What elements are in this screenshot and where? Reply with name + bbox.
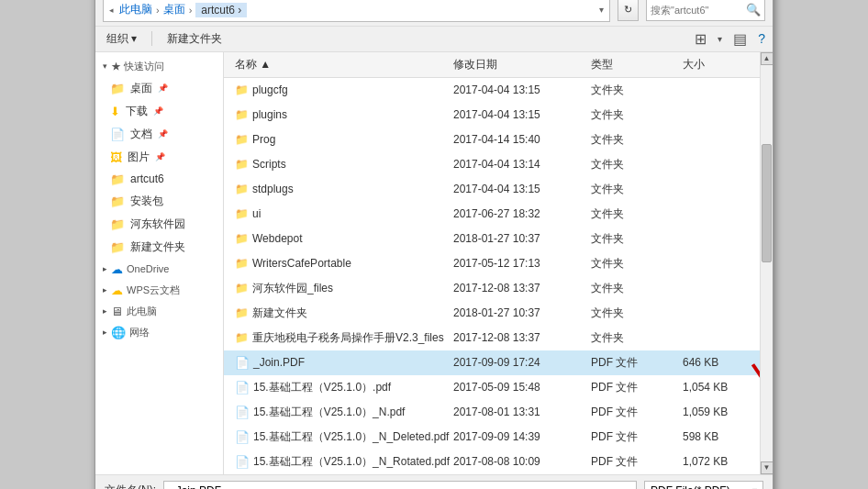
file-row[interactable]: 📁新建文件夹 2018-01-27 10:37 文件夹 bbox=[224, 301, 760, 326]
file-type-cell: 文件夹 bbox=[587, 229, 679, 249]
sidebar-item-documents[interactable]: 📄 文档 📌 bbox=[95, 123, 223, 146]
view-dropdown-icon[interactable]: ▾ bbox=[718, 34, 722, 44]
file-date-cell: 2017-04-04 13:15 bbox=[450, 82, 587, 98]
file-type-cell: PDF 文件 bbox=[587, 452, 679, 472]
file-name-cell: 📁stdplugs bbox=[231, 181, 450, 197]
file-list-header: 名称 ▲ 修改日期 类型 大小 bbox=[224, 52, 760, 78]
file-row[interactable]: 📄15.基础工程（V25.1.0）_N_Deleted.pdf 2017-09-… bbox=[224, 425, 760, 450]
folder-icon: 📁 bbox=[110, 194, 125, 208]
pin-icon: 📌 bbox=[158, 129, 168, 139]
file-name-cell: 📄15.基础工程（V25.1.0）_N_Rotated.pdf bbox=[231, 452, 450, 472]
breadcrumb-dropdown-icon[interactable]: ▾ bbox=[599, 5, 604, 15]
view-list-icon[interactable]: ⊞ bbox=[695, 30, 707, 48]
file-row[interactable]: 📁Prog 2017-04-14 15:40 文件夹 bbox=[224, 128, 760, 152]
file-date-cell: 2017-04-04 13:15 bbox=[450, 181, 587, 197]
folder-icon: 📁 bbox=[235, 108, 249, 121]
breadcrumb-bar[interactable]: ◂ 此电脑 › 桌面 › artcut6 › ▾ bbox=[103, 0, 610, 22]
new-folder-button[interactable]: 新建文件夹 bbox=[163, 29, 226, 49]
sidebar-item-desktop[interactable]: 📁 桌面 📌 bbox=[95, 77, 223, 100]
sidebar-item-artcut6[interactable]: 📁 artcut6 bbox=[95, 169, 223, 190]
col-size-header[interactable]: 大小 bbox=[679, 55, 752, 74]
folder-icon: 🖼 bbox=[110, 150, 122, 164]
search-icon[interactable]: 🔍 bbox=[746, 3, 761, 17]
file-type-cell: 文件夹 bbox=[587, 155, 679, 174]
file-row-selected[interactable]: 📄_Join.PDF 2017-09-09 17:24 PDF 文件 646 K… bbox=[224, 350, 760, 375]
file-name-cell: 📄15.基础工程（V25.1.0）.pdf bbox=[231, 378, 450, 397]
file-row[interactable]: 📁重庆地税电子税务局操作手册V2.3_files 2017-12-08 13:3… bbox=[224, 326, 760, 350]
search-bar: 🔍 bbox=[646, 0, 765, 21]
file-row[interactable]: 📁Webdepot 2018-01-27 10:37 文件夹 bbox=[224, 227, 760, 251]
sidebar-arrow-icon: ▸ bbox=[103, 306, 107, 316]
scroll-thumb[interactable] bbox=[762, 144, 772, 263]
sidebar-network-header[interactable]: ▸ 🌐 网络 bbox=[95, 322, 223, 343]
file-date-cell: 2017-12-08 13:37 bbox=[450, 280, 587, 296]
filetype-dropdown-icon: ▾ bbox=[752, 485, 757, 489]
file-row[interactable]: 📁stdplugs 2017-04-04 13:15 文件夹 bbox=[224, 177, 760, 202]
file-type-cell: PDF 文件 bbox=[587, 353, 679, 372]
main-content: ▾ ★ 快速访问 📁 桌面 📌 ⬇ 下载 📌 📄 文档 📌 🖼 图片 bbox=[95, 52, 773, 474]
sidebar-wps-header[interactable]: ▸ ☁ WPS云文档 bbox=[95, 280, 223, 301]
filetype-text: PDF File(*.PDF) bbox=[651, 484, 749, 490]
pin-icon: 📌 bbox=[155, 152, 165, 161]
search-input[interactable] bbox=[651, 5, 742, 16]
file-row[interactable]: 📄15.基础工程（V25.1.0）_N.pdf 2017-08-01 13:31… bbox=[224, 400, 760, 425]
file-size-cell: 1,059 KB bbox=[679, 404, 752, 420]
folder-icon: 📁 bbox=[235, 133, 249, 146]
sidebar-quick-access-header[interactable]: ▾ ★ 快速访问 bbox=[95, 56, 223, 77]
file-date-cell: 2018-01-27 10:37 bbox=[450, 230, 587, 247]
file-row[interactable]: 📁plugcfg 2017-04-04 13:15 文件夹 bbox=[224, 78, 760, 103]
sidebar-arrow-icon: ▸ bbox=[103, 264, 107, 273]
breadcrumb-current[interactable]: artcut6 › bbox=[195, 3, 247, 17]
file-size-cell: 646 KB bbox=[679, 354, 752, 371]
col-name-header[interactable]: 名称 ▲ bbox=[231, 55, 450, 74]
organize-button[interactable]: 组织 ▾ bbox=[103, 29, 140, 49]
file-type-cell: PDF 文件 bbox=[587, 378, 679, 397]
scroll-up-button[interactable]: ▲ bbox=[761, 52, 773, 65]
scroll-down-button[interactable]: ▼ bbox=[761, 461, 773, 474]
help-icon[interactable]: ? bbox=[758, 31, 765, 46]
file-type-cell: 文件夹 bbox=[587, 81, 679, 100]
file-name-cell: 📁plugins bbox=[231, 106, 450, 123]
folder-icon: 📁 bbox=[235, 158, 249, 171]
file-row[interactable]: 📁WritersCafePortable 2017-05-12 17:13 文件… bbox=[224, 251, 760, 276]
folder-icon: 📁 bbox=[110, 240, 125, 254]
file-row[interactable]: 📄15.基础工程（V25.1.0）.pdf 2017-05-09 15:48 P… bbox=[224, 375, 760, 400]
file-row[interactable]: 📁河东软件园_files 2017-12-08 13:37 文件夹 bbox=[224, 276, 760, 301]
sidebar-item-hedong[interactable]: 📁 河东软件园 bbox=[95, 213, 223, 236]
view-details-icon[interactable]: ▤ bbox=[733, 30, 747, 48]
file-type-cell: PDF 文件 bbox=[587, 403, 679, 422]
file-name-cell: 📁WritersCafePortable bbox=[231, 255, 450, 272]
sidebar-arrow-icon: ▾ bbox=[103, 61, 107, 71]
sidebar-onedrive-header[interactable]: ▸ ☁ OneDrive bbox=[95, 259, 223, 280]
file-date-cell: 2017-09-09 17:24 bbox=[450, 354, 587, 371]
pdf-icon: 📄 bbox=[235, 455, 250, 469]
file-row[interactable]: 📄15.基础工程（V25.1.0）_N_Rotated.pdf 2017-08-… bbox=[224, 450, 760, 474]
breadcrumb-pc[interactable]: 此电脑 bbox=[119, 2, 152, 17]
scroll-track[interactable] bbox=[761, 65, 773, 461]
sidebar-item-new-folder[interactable]: 📁 新建文件夹 bbox=[95, 236, 223, 259]
filename-input[interactable] bbox=[163, 481, 637, 490]
sidebar-pc-header[interactable]: ▸ 🖥 此电脑 bbox=[95, 301, 223, 322]
sidebar: ▾ ★ 快速访问 📁 桌面 📌 ⬇ 下载 📌 📄 文档 📌 🖼 图片 bbox=[95, 52, 224, 474]
sidebar-item-install[interactable]: 📁 安装包 bbox=[95, 190, 223, 213]
sidebar-item-label: 河东软件园 bbox=[130, 217, 185, 232]
col-type-header[interactable]: 类型 bbox=[587, 55, 679, 74]
file-type-cell: 文件夹 bbox=[587, 304, 679, 323]
file-size-cell bbox=[679, 138, 752, 141]
breadcrumb-desktop[interactable]: 桌面 bbox=[163, 2, 185, 17]
sidebar-onedrive-label: OneDrive bbox=[127, 263, 169, 274]
sidebar-item-pictures[interactable]: 🖼 图片 📌 bbox=[95, 146, 223, 169]
refresh-button[interactable]: ↻ bbox=[618, 0, 639, 21]
col-date-header[interactable]: 修改日期 bbox=[450, 55, 587, 74]
file-date-cell: 2017-04-14 15:40 bbox=[450, 131, 587, 148]
scrollbar[interactable]: ▲ ▼ bbox=[760, 52, 773, 474]
folder-icon: 📁 bbox=[235, 183, 249, 195]
file-name-cell: 📄_Join.PDF bbox=[231, 354, 450, 372]
file-type-cell: 文件夹 bbox=[587, 254, 679, 273]
filetype-select[interactable]: PDF File(*.PDF) ▾ bbox=[644, 481, 763, 490]
file-row[interactable]: 📁plugins 2017-04-04 13:15 文件夹 bbox=[224, 103, 760, 128]
file-row[interactable]: 📁Scripts 2017-04-04 13:14 文件夹 bbox=[224, 152, 760, 177]
sidebar-item-downloads[interactable]: ⬇ 下载 📌 bbox=[95, 100, 223, 123]
file-row[interactable]: 📁ui 2017-06-27 18:32 文件夹 bbox=[224, 202, 760, 227]
file-date-cell: 2017-08-01 13:31 bbox=[450, 404, 587, 420]
